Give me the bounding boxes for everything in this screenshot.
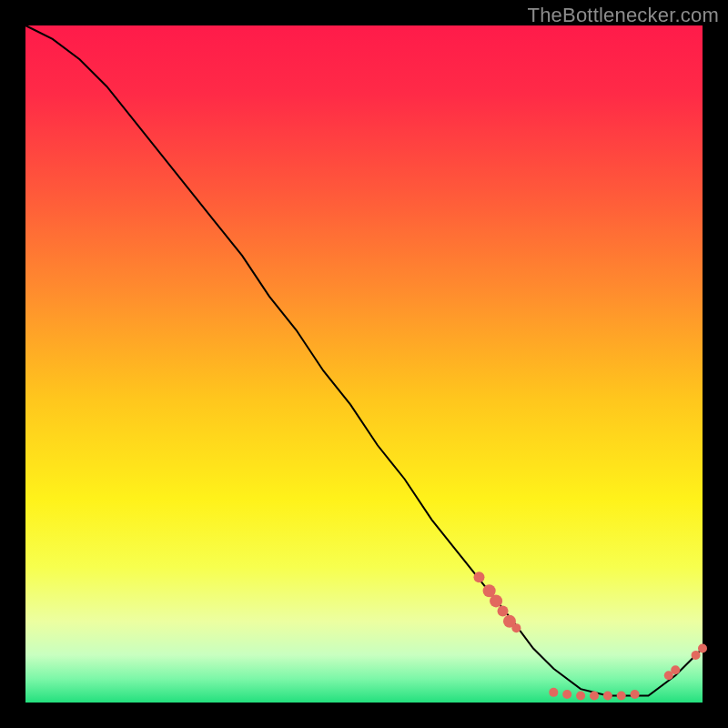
- data-marker: [473, 571, 484, 582]
- data-marker: [576, 692, 585, 701]
- data-marker: [490, 594, 502, 607]
- data-marker: [692, 651, 701, 660]
- data-marker: [562, 690, 571, 699]
- data-marker: [698, 643, 707, 652]
- data-marker: [549, 688, 558, 697]
- data-marker: [617, 692, 626, 701]
- chart-svg: [0, 0, 728, 728]
- data-marker: [671, 665, 680, 674]
- data-marker: [603, 692, 612, 701]
- brand-label: TheBottlenecker.com: [528, 4, 719, 27]
- data-marker: [511, 623, 521, 632]
- plot-background: [25, 25, 703, 703]
- chart-container: TheBottlenecker.com: [0, 0, 728, 728]
- data-marker: [631, 690, 640, 699]
- data-marker: [590, 692, 599, 701]
- data-marker: [498, 606, 509, 617]
